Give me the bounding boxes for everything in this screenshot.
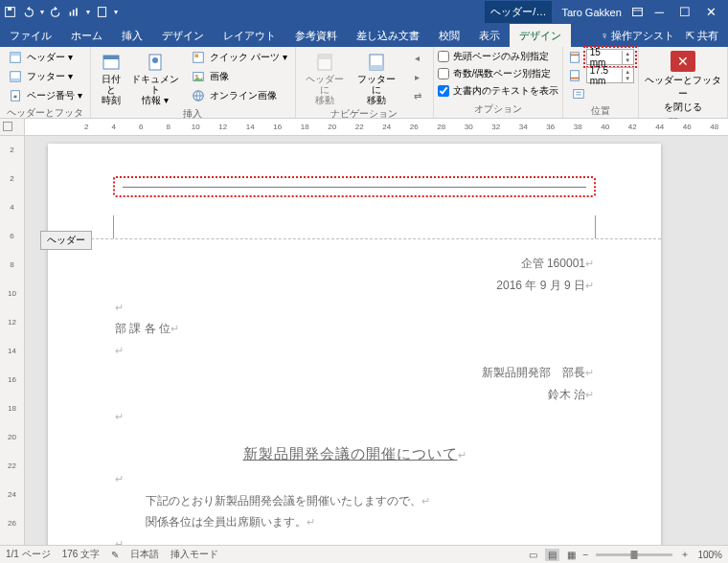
show-doc-check[interactable]: 文書内のテキストを表示 (438, 83, 558, 99)
spinner-down-icon[interactable]: ▼ (623, 57, 633, 64)
ruler-tick: 44 (647, 119, 674, 135)
page-scroll[interactable]: ヘッダー 企管 160001↵ 2016 年 9 月 9 日↵ ↵ 部 課 各 … (25, 136, 728, 545)
qat-icon-1[interactable] (68, 6, 80, 18)
zoom-in-icon[interactable]: ＋ (680, 548, 690, 561)
goto-footer-button[interactable]: フッターに 移動 (351, 49, 401, 105)
tab-layout[interactable]: レイアウト (214, 24, 285, 47)
tell-me[interactable]: ♀ 操作アシスト (601, 29, 674, 43)
status-page[interactable]: 1/1 ページ (6, 548, 51, 561)
tab-hf-design[interactable]: デザイン (510, 24, 571, 47)
tab-design[interactable]: デザイン (152, 24, 214, 47)
minimize-icon[interactable]: ─ (655, 5, 664, 19)
header-region[interactable]: ヘッダー (48, 144, 661, 239)
svg-rect-5 (98, 8, 105, 17)
goto-footer-icon (367, 53, 386, 72)
nav-link-button[interactable]: ⇄ (406, 87, 429, 104)
close-window-icon[interactable]: ✕ (706, 5, 717, 19)
user-name[interactable]: Taro Gakken (561, 7, 621, 18)
svg-text:#: # (13, 93, 17, 100)
ruler-tick: 46 (673, 119, 701, 135)
header-top-spinner[interactable]: 15 mm▲▼ (567, 49, 634, 65)
redo-icon[interactable] (50, 6, 62, 18)
spinner-up-icon[interactable]: ▲ (623, 51, 633, 57)
status-lang[interactable]: 日本語 (130, 548, 159, 561)
vruler-tick: 26 (0, 519, 24, 528)
quickparts-button[interactable]: クイック パーツ ▾ (187, 49, 291, 66)
tab-home[interactable]: ホーム (61, 24, 112, 47)
document-body[interactable]: 企管 160001↵ 2016 年 9 月 9 日↵ ↵ 部 課 各 位↵ ↵ … (48, 239, 661, 545)
vruler-tick: 6 (0, 232, 24, 240)
svg-point-17 (152, 57, 158, 63)
goto-header-button[interactable]: ヘッダーに 移動 (300, 49, 351, 105)
ruler-corner (0, 119, 25, 135)
ruler-tick: 48 (701, 119, 729, 135)
zoom-slider[interactable] (596, 553, 672, 556)
status-mode[interactable]: 挿入モード (171, 548, 218, 561)
picture-icon (191, 70, 206, 83)
vruler-tick: 12 (0, 318, 24, 327)
docinfo-button[interactable]: ドキュメント 情報 ▾ (126, 49, 183, 105)
addressee: 部 課 各 位 (115, 322, 171, 335)
online-picture-button[interactable]: オンライン画像 (187, 87, 291, 104)
svg-rect-4 (76, 8, 78, 15)
title-bar: ▾ ▾ ▾ ヘッダー/… Taro Gakken ─ ☐ ✕ (0, 0, 728, 24)
footer-button[interactable]: フッター ▾ (4, 68, 86, 85)
page: ヘッダー 企管 160001↵ 2016 年 9 月 9 日↵ ↵ 部 課 各 … (48, 144, 661, 545)
ruler-tick: 12 (210, 119, 238, 135)
status-proof-icon[interactable]: ✎ (111, 550, 119, 560)
group-navigation: ヘッダーに 移動 フッターに 移動 ◂ ▸ ⇄ ナビゲーション (296, 47, 434, 118)
group-options: 先頭ページのみ別指定 奇数/偶数ページ別指定 文書内のテキストを表示 オプション (434, 47, 563, 118)
tab-references[interactable]: 参考資料 (285, 24, 347, 47)
document-title: 新製品開発会議の開催について (243, 445, 458, 462)
status-words[interactable]: 176 文字 (62, 548, 100, 561)
contextual-tab-label: ヘッダー/… (485, 1, 552, 23)
nav-next-button[interactable]: ▸ (406, 68, 429, 85)
qat-dropdown-icon[interactable]: ▾ (86, 8, 90, 16)
maximize-icon[interactable]: ☐ (679, 5, 691, 19)
view-print-icon[interactable]: ▤ (545, 549, 559, 561)
ruler-tick: 32 (483, 119, 511, 135)
footer-bottom-value: 17.5 mm (587, 65, 622, 86)
picture-button[interactable]: 画像 (187, 68, 291, 85)
tab-review[interactable]: 校閲 (429, 24, 469, 47)
datetime-button[interactable]: 日付と 時刻 (95, 49, 126, 105)
insert-align-tab-button[interactable] (567, 85, 634, 102)
tab-view[interactable]: 表示 (469, 24, 510, 47)
ruler-tick: 28 (428, 119, 456, 135)
vertical-ruler[interactable]: 22468101214161820222426 (0, 136, 25, 545)
ruler-tick: 38 (564, 119, 592, 135)
footer-icon (8, 70, 23, 83)
tab-mailings[interactable]: 差し込み文書 (347, 24, 429, 47)
svg-rect-6 (632, 8, 642, 15)
header-button[interactable]: ヘッダー ▾ (4, 49, 86, 66)
odd-even-check[interactable]: 奇数/偶数ページ別指定 (438, 66, 558, 81)
undo-icon[interactable] (22, 6, 34, 18)
view-read-icon[interactable]: ▭ (529, 550, 537, 560)
tab-insert[interactable]: 挿入 (112, 24, 152, 47)
vruler-tick: 22 (0, 462, 24, 470)
horizontal-ruler[interactable]: 2468101214161820222426283032343638404244… (25, 119, 728, 135)
view-web-icon[interactable]: ▦ (567, 550, 576, 560)
svg-rect-11 (11, 79, 21, 82)
undo-dropdown-icon[interactable]: ▾ (40, 8, 44, 16)
close-hf-button[interactable]: ✕ (671, 51, 695, 72)
spinner-up-icon[interactable]: ▲ (623, 69, 633, 76)
vruler-tick: 16 (0, 375, 24, 384)
footer-bottom-spinner[interactable]: 17.5 mm▲▼ (567, 67, 634, 83)
share-button[interactable]: ⇱ 共有 (686, 29, 718, 43)
zoom-value[interactable]: 100% (697, 550, 722, 560)
nav-prev-button[interactable]: ◂ (406, 49, 429, 66)
left-margin-marker (113, 215, 114, 238)
zoom-out-icon[interactable]: − (583, 550, 589, 560)
ruler-tick: 8 (155, 119, 183, 135)
online-picture-icon (191, 89, 206, 102)
group-insert: 日付と 時刻 ドキュメント 情報 ▾ クイック パーツ ▾ 画像 オンライン画像… (91, 47, 296, 118)
save-icon[interactable] (4, 6, 16, 18)
group-label-options: オプション (438, 101, 558, 118)
tab-file[interactable]: ファイル (0, 24, 61, 47)
qat-icon-2[interactable] (96, 6, 108, 18)
page-number-button[interactable]: #ページ番号 ▾ (4, 87, 86, 104)
spinner-down-icon[interactable]: ▼ (623, 76, 633, 82)
first-page-check[interactable]: 先頭ページのみ別指定 (438, 49, 558, 64)
ribbon-display-icon[interactable] (631, 6, 644, 18)
